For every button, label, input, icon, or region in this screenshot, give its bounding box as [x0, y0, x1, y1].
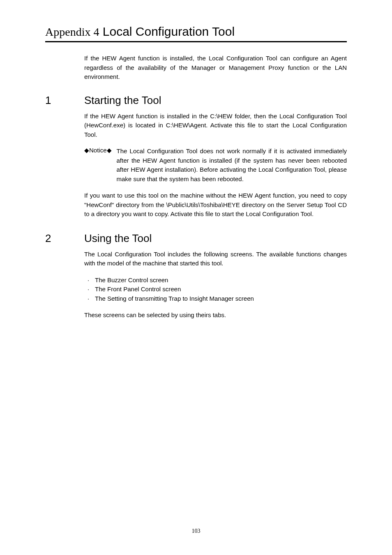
appendix-title: Appendix 4 Local Configuration Tool — [45, 25, 347, 42]
list-item: The Buzzer Control screen — [92, 276, 347, 285]
section-1-title: Starting the Tool — [84, 94, 161, 107]
notice-block: ◆Notice◆ The Local Configuration Tool do… — [84, 147, 347, 184]
notice-label: ◆Notice◆ — [84, 147, 112, 184]
section-1-para-1: If the HEW Agent function is installed i… — [84, 112, 347, 140]
section-1-para-2: If you want to use this tool on the mach… — [84, 191, 347, 219]
section-1-number: 1 — [45, 94, 68, 107]
appendix-prefix: Appendix 4 — [45, 25, 99, 38]
section-1-heading: 1 Starting the Tool — [45, 94, 347, 107]
section-2-para-1: The Local Configuration Tool includes th… — [84, 250, 347, 268]
list-item: The Front Panel Control screen — [92, 285, 347, 294]
intro-paragraph: If the HEW Agent function is installed, … — [84, 54, 347, 82]
section-2-number: 2 — [45, 232, 68, 245]
appendix-title-text: Local Configuration Tool — [103, 25, 235, 38]
bullet-list: The Buzzer Control screen The Front Pane… — [84, 276, 347, 304]
section-2-title: Using the Tool — [84, 232, 152, 245]
list-item: The Setting of transmitting Trap to Insi… — [92, 294, 347, 304]
section-2: 2 Using the Tool The Local Configuration… — [45, 232, 347, 320]
section-2-heading: 2 Using the Tool — [45, 232, 347, 245]
section-1: 1 Starting the Tool If the HEW Agent fun… — [45, 94, 347, 219]
page-number: 103 — [0, 528, 392, 534]
notice-text: The Local Configuration Tool does not wo… — [117, 147, 347, 184]
section-2-para-2: These screens can be selected by using t… — [84, 311, 347, 320]
